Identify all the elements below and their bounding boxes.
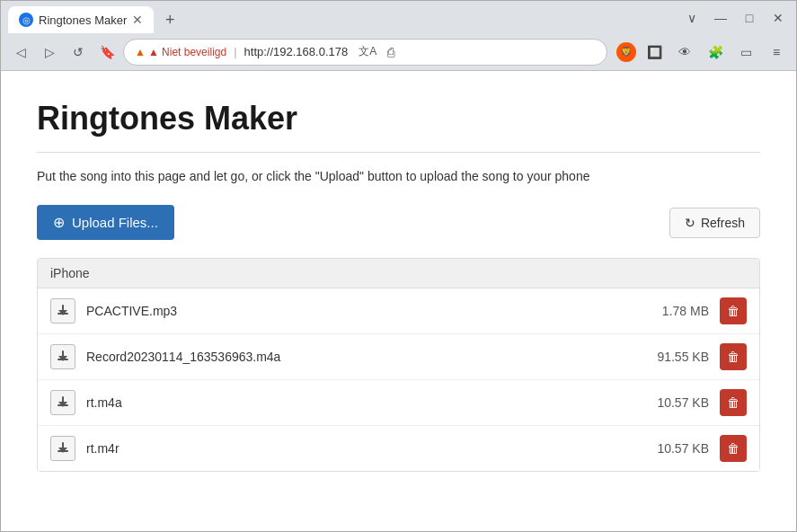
reload-button[interactable]: ↺	[66, 40, 91, 65]
back-button[interactable]: ◁	[8, 40, 33, 65]
upload-button[interactable]: ⊕ Upload Files...	[37, 205, 174, 240]
delete-button[interactable]: 🗑	[720, 435, 747, 462]
trash-icon: 🗑	[727, 441, 739, 456]
download-button[interactable]	[50, 344, 75, 369]
file-name: Record20230114_163536963.m4a	[86, 350, 646, 364]
refresh-icon: ↻	[685, 216, 695, 230]
download-icon	[58, 350, 68, 363]
tab-close-button[interactable]: ✕	[132, 13, 143, 27]
forward-button[interactable]: ▷	[37, 40, 62, 65]
window-minimize-button[interactable]: —	[710, 7, 731, 29]
nav-icon-puzzle[interactable]: 🧩	[703, 40, 728, 65]
url-separator: |	[234, 45, 236, 58]
file-list: PCACTIVE.mp3 1.78 MB 🗑 Record20230114_16…	[38, 288, 759, 471]
description-text: Put the song into this page and let go, …	[37, 169, 760, 183]
brave-shield-icon[interactable]: 🦁	[616, 42, 636, 62]
file-name: rt.m4a	[86, 395, 646, 410]
security-warning: ▲ ▲ Niet beveiligd	[135, 46, 226, 58]
file-size: 1.78 MB	[646, 304, 709, 318]
download-icon	[58, 442, 68, 455]
table-row: rt.m4a 10.57 KB 🗑	[38, 380, 759, 426]
window-controls: ∨ — □ ✕	[681, 7, 789, 32]
download-button[interactable]	[50, 298, 75, 324]
svg-rect-5	[62, 350, 64, 357]
delete-button[interactable]: 🗑	[720, 297, 747, 324]
browser-tab[interactable]: ◎ Ringtones Maker ✕	[8, 6, 154, 33]
window-chevron-button[interactable]: ∨	[681, 7, 703, 29]
url-display: http://192.168.0.178	[244, 45, 349, 58]
refresh-label: Refresh	[701, 216, 745, 230]
trash-icon: 🗑	[727, 395, 739, 410]
nav-icon-grid[interactable]: 🔲	[642, 40, 667, 65]
nav-menu-button[interactable]: ≡	[764, 40, 789, 65]
file-list-container: iPhone PCACTIVE.mp3 1.78 MB 🗑	[37, 258, 760, 472]
table-row: rt.m4r 10.57 KB 🗑	[38, 426, 759, 471]
download-button[interactable]	[50, 390, 75, 415]
table-row: Record20230114_163536963.m4a 91.55 KB 🗑	[38, 334, 759, 380]
download-icon	[58, 396, 68, 409]
trash-icon: 🗑	[727, 350, 739, 364]
download-button[interactable]	[50, 436, 75, 461]
new-tab-button[interactable]: +	[157, 7, 182, 32]
tab-favicon: ◎	[19, 13, 33, 27]
security-label: ▲ Niet beveiligd	[148, 46, 226, 58]
upload-label: Upload Files...	[72, 215, 158, 230]
download-icon	[58, 305, 68, 317]
browser-window: ◎ Ringtones Maker ✕ + ∨ — □ ✕ ◁ ▷ ↺ 🔖 ▲ …	[0, 0, 797, 532]
page-content: Ringtones Maker Put the song into this p…	[1, 71, 796, 531]
tab-title: Ringtones Maker	[39, 13, 127, 27]
nav-bar: ◁ ▷ ↺ 🔖 ▲ ▲ Niet beveiligd | http://192.…	[1, 33, 796, 71]
window-maximize-button[interactable]: □	[739, 7, 760, 29]
nav-icons: 🦁 🔲 👁 🧩 ▭ ≡	[616, 40, 789, 65]
trash-icon: 🗑	[727, 304, 739, 318]
bookmark-button[interactable]: 🔖	[94, 40, 120, 65]
upload-icon: ⊕	[53, 214, 65, 231]
title-bar: ◎ Ringtones Maker ✕ + ∨ — □ ✕	[1, 1, 796, 33]
nav-icon-eye[interactable]: 👁	[672, 40, 697, 65]
translate-icon[interactable]: 文A	[359, 44, 376, 59]
file-size: 91.55 KB	[646, 350, 709, 364]
page-title: Ringtones Maker	[37, 100, 760, 137]
address-bar[interactable]: ▲ ▲ Niet beveiligd | http://192.168.0.17…	[123, 39, 607, 66]
action-bar: ⊕ Upload Files... ↻ Refresh	[37, 205, 760, 240]
file-name: PCACTIVE.mp3	[86, 304, 646, 318]
svg-rect-11	[62, 442, 64, 448]
warning-icon: ▲	[135, 46, 146, 58]
file-list-header: iPhone	[38, 259, 759, 288]
window-close-button[interactable]: ✕	[767, 7, 789, 29]
delete-button[interactable]: 🗑	[720, 343, 747, 370]
title-divider	[37, 152, 760, 153]
svg-rect-2	[62, 305, 64, 311]
refresh-button[interactable]: ↻ Refresh	[669, 208, 760, 238]
delete-button[interactable]: 🗑	[720, 389, 747, 416]
share-icon[interactable]: ⎙	[387, 45, 394, 59]
nav-icon-split[interactable]: ▭	[733, 40, 758, 65]
table-row: PCACTIVE.mp3 1.78 MB 🗑	[38, 288, 759, 334]
svg-rect-8	[62, 396, 64, 403]
file-size: 10.57 KB	[646, 441, 709, 456]
file-size: 10.57 KB	[646, 395, 709, 410]
file-name: rt.m4r	[86, 441, 646, 456]
